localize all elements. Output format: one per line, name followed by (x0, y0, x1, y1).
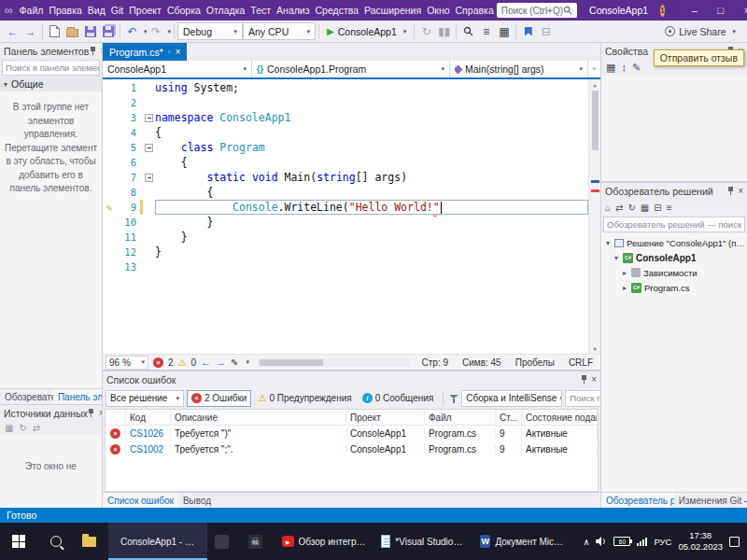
eol-indicator[interactable]: CRLF (564, 357, 598, 368)
collapse-region-icon[interactable] (145, 144, 153, 152)
refresh-icon[interactable]: ↻ (19, 423, 26, 433)
taskbar-app[interactable] (75, 523, 108, 560)
close-icon[interactable]: × (99, 409, 102, 418)
code-line[interactable]: ✎ 4 { (103, 125, 588, 140)
solution-explorer-search-input[interactable]: Обозреватель решений — поиск (Ctrl+» (603, 217, 745, 232)
fold-margin[interactable] (143, 84, 155, 92)
error-row[interactable]: CS1026 Требуется ")" ConsoleApp1 Program… (106, 426, 598, 441)
tab-pin-icon[interactable]: ▫ (168, 48, 171, 56)
taskbar-app[interactable]: ConsoleApp1 - Mi... (108, 523, 207, 560)
break-all-icon[interactable]: ▮▮ (435, 22, 453, 41)
menu-item[interactable]: Сборка (164, 5, 204, 16)
next-issue-icon[interactable]: → (216, 357, 226, 368)
menu-item[interactable]: Анализ (274, 5, 312, 16)
close-icon[interactable]: × (591, 375, 597, 385)
tab-server-explorer[interactable]: Обозревател... (0, 389, 53, 404)
fold-margin[interactable] (143, 159, 155, 167)
fold-margin[interactable] (143, 144, 155, 152)
scrollbar-thumb[interactable] (260, 359, 323, 366)
column-file[interactable]: Файл (425, 410, 496, 425)
spaces-indicator[interactable]: Пробелы (511, 357, 559, 368)
expander-icon[interactable]: ▾ (604, 239, 612, 247)
horizontal-scrollbar[interactable] (258, 358, 409, 367)
scroll-down-icon[interactable]: ▼ (589, 345, 600, 352)
taskbar-app[interactable]: *Visual Studio.txt -... (374, 523, 472, 560)
code-text[interactable]: { (155, 125, 588, 140)
start-button[interactable] (0, 523, 37, 560)
tree-item[interactable]: ▾ ConsoleApp1 (601, 250, 747, 265)
network-icon[interactable] (637, 538, 647, 546)
expander-icon[interactable]: ▾ (613, 254, 620, 262)
find-in-files-icon[interactable] (459, 22, 477, 41)
data-sources-title[interactable]: Источники данных × (0, 405, 102, 421)
clock[interactable]: 17:38 05.02.2023 (678, 530, 723, 553)
menu-item[interactable]: Средства (313, 5, 362, 16)
code-text[interactable]: } (155, 215, 588, 230)
toolbox-title[interactable]: Панель элементов × (0, 43, 102, 59)
expander-icon[interactable]: ▸ (621, 284, 628, 292)
maximize-button[interactable]: □ (708, 0, 734, 21)
menu-item[interactable]: Тест (247, 5, 274, 16)
expander-icon[interactable]: ▸ (621, 269, 628, 277)
tab-toolbox[interactable]: Панель эле... (53, 389, 102, 404)
code-text[interactable]: using System; (155, 80, 588, 95)
solution-explorer-title[interactable]: Обозреватель решений × (601, 183, 747, 199)
start-debugging-button[interactable]: ▶ ConsoleApp1 ▾ (322, 22, 411, 41)
messages-filter-button[interactable]: 0 Сообщения (359, 390, 438, 407)
menu-item[interactable]: Вид (85, 5, 108, 16)
save-all-icon[interactable] (99, 22, 117, 41)
undo-icon[interactable]: ↶ (123, 22, 141, 41)
column-description[interactable]: Описание (171, 410, 346, 425)
char-indicator[interactable]: Симв: 45 (458, 357, 506, 368)
fold-margin[interactable] (143, 233, 155, 242)
error-list-title[interactable]: Список ошибок × (103, 371, 600, 387)
column-line[interactable]: Ст... (496, 410, 522, 425)
comment-icon[interactable]: ≡ (477, 22, 495, 41)
hot-reload-icon[interactable]: ↻ (417, 22, 435, 41)
close-button[interactable]: × (734, 0, 747, 21)
menu-item[interactable]: Окно (424, 5, 452, 16)
line-indicator[interactable]: Стр: 9 (417, 357, 453, 368)
minimize-button[interactable]: – (682, 0, 708, 21)
code-text[interactable] (155, 259, 588, 274)
scrollbar-thumb[interactable] (592, 91, 599, 150)
fold-margin[interactable] (143, 203, 155, 212)
menu-item[interactable]: Проект (126, 5, 164, 16)
fold-margin[interactable] (143, 99, 155, 107)
fold-margin[interactable] (143, 218, 155, 227)
tree-item[interactable]: ▸ Program.cs (601, 280, 747, 295)
switch-views-icon[interactable]: ⇄ (615, 203, 623, 213)
tree-item[interactable]: ▾ Решение "ConsoleApp1" (проекты: 1 из 1… (601, 235, 747, 250)
code-line[interactable]: ✎ 3 namespace ConsoleApp1 (103, 110, 588, 125)
code-line[interactable]: ✎ 1 using System; (103, 80, 588, 95)
refresh-icon[interactable]: ↻ (627, 203, 635, 213)
warnings-filter-button[interactable]: ⚠ 0 Предупреждения (254, 390, 355, 407)
vertical-scrollbar[interactable]: ▲ ▼ (588, 79, 600, 354)
code-line[interactable]: ✎ 8 { (103, 185, 588, 200)
previous-issue-icon[interactable]: ← (201, 357, 211, 368)
configure-icon[interactable]: ⇄ (33, 423, 40, 433)
tree-item[interactable]: ▸ Зависимости (601, 265, 747, 280)
column-code[interactable]: Код (126, 410, 171, 425)
toolbox-group-general[interactable]: ▾ Общие (0, 77, 102, 91)
errors-filter-button[interactable]: 2 Ошибки (187, 390, 251, 407)
collapse-all-icon[interactable]: ⊟ (654, 203, 661, 213)
add-data-source-icon[interactable]: ▦ (5, 423, 13, 433)
column-project[interactable]: Проект (346, 410, 425, 425)
fold-margin[interactable] (143, 114, 155, 122)
project-dropdown[interactable]: ConsoleApp1 ▾ (103, 61, 252, 77)
hidden-icons-chevron-icon[interactable]: ∧ (583, 537, 589, 547)
error-code-link[interactable]: CS1002 (126, 444, 171, 455)
notification-badge[interactable]: 1 (660, 5, 665, 17)
open-file-icon[interactable] (63, 22, 81, 41)
collapse-all-icon[interactable]: ⊟ (537, 22, 555, 41)
code-text[interactable]: } (155, 245, 588, 259)
tab-output[interactable]: Вывод (178, 493, 216, 508)
code-text[interactable]: } (155, 230, 588, 245)
menu-item[interactable]: Git (108, 5, 126, 16)
solution-configurations-dropdown[interactable]: Debug ▾ (177, 22, 243, 40)
bookmark-icon[interactable] (519, 22, 537, 41)
fold-margin[interactable] (143, 263, 155, 272)
filter-icon[interactable] (449, 394, 458, 403)
redo-dropdown-icon[interactable]: ▾ (168, 28, 172, 35)
